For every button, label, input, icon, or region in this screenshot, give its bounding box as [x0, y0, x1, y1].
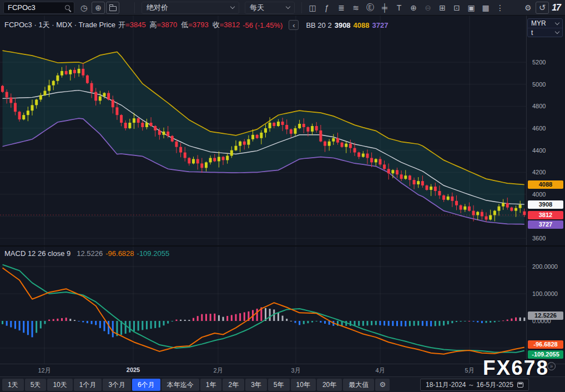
price-type-dropdown[interactable]: 绝对价 [142, 2, 239, 14]
axis-tick: 4200 [532, 169, 546, 175]
currency-dropdown[interactable]: MYR [528, 19, 562, 28]
more-options-icon[interactable]: ⋮ [493, 2, 507, 14]
text-tool-icon[interactable]: T [392, 2, 406, 14]
price-tag: 3908 [528, 200, 563, 209]
time-axis-label: 2025 [127, 366, 140, 373]
top-toolbar: FCPOc3 ◷⊕ 绝对价 每天 ◫ƒ≣≋Ⓔ╪T⊕⊖⊞⊡▣▦⋮ ⚙ ↺ 17 [0, 0, 565, 16]
range-button[interactable]: 3年 [245, 379, 267, 391]
add-symbol-icon[interactable]: ⊕ [92, 2, 105, 14]
macd-grid [0, 246, 526, 364]
range-button[interactable]: 5天 [25, 379, 47, 391]
price-type-value: 绝对价 [147, 3, 168, 13]
search-icon [65, 5, 70, 10]
chevron-down-icon [230, 4, 235, 9]
table-view-icon[interactable]: ⊞ [436, 2, 449, 14]
bb-basis-value: 3908 [335, 21, 351, 29]
waves-overlay-icon[interactable]: ≋ [349, 2, 362, 14]
macd-hist-value: 12.5226 [77, 249, 103, 258]
range-button[interactable]: 5年 [268, 379, 290, 391]
settings-gear-icon[interactable]: ⚙ [521, 2, 534, 14]
price-tag: 4088 [528, 180, 563, 189]
scale-settings-icon[interactable]: ╪ [378, 2, 391, 14]
currency-unit-panel: MYR t [527, 18, 563, 37]
bollinger-bands [3, 51, 524, 224]
macd-legend: MACD 12 26 close 9 12.5226 -96.6828 -109… [4, 249, 169, 258]
calendar-icon [517, 382, 523, 388]
date-range-picker[interactable]: 18-11月-2024 ～ 16-5月-2025 [420, 379, 529, 391]
symbol-text: FCPOc3 [8, 3, 36, 12]
snapshot-icon[interactable]: ⊡ [450, 2, 463, 14]
main-chart-legend: FCPOc3 · 1天 · MDX · Trade Price 开=3845高=… [4, 20, 388, 30]
bottom-toolbar: 1天5天10天1个月3个月6个月本年迄今1年2年3年5年10年20年最大值 ⚙ … [0, 376, 565, 392]
folder-glyph [109, 6, 117, 11]
time-axis-label: 2月 [213, 366, 223, 375]
popout-window-icon[interactable]: ▣ [465, 2, 478, 14]
zoom-out-icon[interactable]: ⊖ [421, 2, 435, 14]
ohlc-item: 开=3845 [118, 20, 146, 30]
compare-layers-icon[interactable]: ≣ [335, 2, 348, 14]
price-change: -56 (-1.45%) [243, 21, 282, 29]
interval-dropdown[interactable]: 每天 [245, 2, 295, 14]
folder-icon[interactable] [106, 2, 119, 14]
range-button[interactable]: 最大值 [343, 379, 374, 391]
toolbar-chart-icons: ◫ƒ≣≋Ⓔ╪T⊕⊖⊞⊡▣▦⋮ [305, 2, 507, 14]
macd-indicator-chart[interactable] [0, 246, 526, 364]
axis-tick: 4400 [532, 147, 546, 154]
range-button[interactable]: 20年 [317, 379, 342, 391]
axis-tick: 4000 [532, 191, 546, 198]
symbol-legend-title: FCPOc3 · 1天 · MDX · Trade Price [4, 20, 115, 30]
range-button[interactable]: 2年 [223, 379, 244, 391]
unit-dropdown[interactable]: t [528, 28, 562, 37]
price-tag: -96.6828 [528, 340, 563, 349]
range-button[interactable]: 6个月 [132, 379, 160, 391]
bb-lower-value: 3727 [372, 21, 389, 29]
undo-reset-icon[interactable]: ↺ [536, 2, 549, 14]
time-axis-label: 4月 [375, 366, 385, 375]
macd-histogram [2, 308, 525, 338]
symbol-search-input[interactable]: FCPOc3 [3, 2, 74, 14]
range-button[interactable]: 1天 [2, 379, 24, 391]
collapse-legend-button[interactable]: ‹ [289, 20, 299, 30]
toolbar-left-icons: ◷⊕ [77, 2, 120, 14]
chevron-down-icon [286, 4, 290, 9]
fx678-watermark: FX678 [483, 356, 549, 380]
range-button[interactable]: 3个月 [103, 379, 131, 391]
indicators-icon[interactable]: ƒ [320, 2, 334, 14]
ohlc-values: 开=3845高=3870低=3793收=3812 [118, 20, 240, 30]
range-button[interactable]: 10年 [291, 379, 316, 391]
unit-value: t [531, 29, 533, 37]
macd-signal-value: -109.2055 [137, 249, 170, 258]
trading-chart-app: FCPOc3 ◷⊕ 绝对价 每天 ◫ƒ≣≋Ⓔ╪T⊕⊖⊞⊡▣▦⋮ ⚙ ↺ 17 F… [0, 0, 565, 392]
time-axis[interactable]: 12月20252月3月4月5月 [0, 364, 565, 376]
chevron-down-icon [555, 29, 559, 34]
toolbar-separator [301, 2, 302, 13]
chart-panel-icon[interactable]: ▦ [479, 2, 492, 14]
axis-settings-button[interactable]: ⚙ [375, 379, 390, 391]
axis-tick: 200.0000 [532, 263, 558, 270]
chart-region [0, 16, 526, 364]
range-button[interactable]: 1年 [200, 379, 222, 391]
axis-tick: 4600 [532, 125, 546, 132]
bb-legend-name: BB 20 2 [306, 21, 331, 29]
events-icon[interactable]: Ⓔ [364, 2, 377, 14]
price-tag: 3812 [528, 211, 563, 219]
candlestick-style-icon[interactable]: ◫ [306, 2, 319, 14]
range-buttons: 1天5天10天1个月3个月6个月本年迄今1年2年3年5年10年20年最大值 [1, 379, 374, 391]
axis-tick: 5200 [532, 59, 546, 66]
range-button[interactable]: 10天 [47, 379, 72, 391]
ohlc-item: 低=3793 [181, 20, 209, 30]
price-tag: 12.5226 [528, 311, 563, 320]
range-button[interactable]: 本年迄今 [162, 379, 199, 391]
axis-tick: 5000 [532, 81, 546, 88]
history-clock-icon[interactable]: ◷ [77, 2, 90, 14]
zoom-in-icon[interactable]: ⊕ [407, 2, 420, 14]
price-axis[interactable]: 52005000480046004400420040003600200.0000… [526, 16, 565, 364]
time-axis-label: 12月 [38, 366, 51, 375]
main-price-chart[interactable] [0, 16, 526, 246]
range-button[interactable]: 1个月 [74, 379, 102, 391]
interval-value: 每天 [250, 3, 264, 13]
ohlc-item: 高=3870 [150, 20, 178, 30]
tradingview-logo[interactable]: 17 [552, 3, 561, 13]
pane-divider[interactable] [0, 245, 565, 247]
axis-tick: 100.0000 [532, 290, 558, 297]
